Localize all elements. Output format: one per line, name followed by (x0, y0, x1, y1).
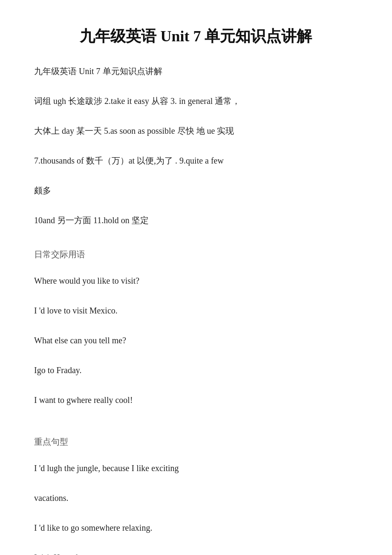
content-block: I 'd love to visit Mexico. (34, 303, 358, 318)
content-area: 九年级英语 Unit 7 单元知识点讲解词组 ugh 长途跋涉 2.take i… (34, 64, 358, 555)
content-block: I 'd lugh the jungle, because I like exc… (34, 461, 358, 475)
content-block: 大体上 day 某一天 5.as soon as possible 尽快 地 u… (34, 124, 358, 138)
blank-line (34, 116, 358, 124)
blank-line (34, 513, 358, 520)
content-block: What else can you tell me? (34, 333, 358, 348)
blank-line (34, 423, 358, 430)
content-block: 颇多 (34, 183, 358, 198)
blank-line (34, 453, 358, 461)
blank-line (34, 355, 358, 363)
blank-line (34, 205, 358, 213)
blank-line (34, 543, 358, 550)
page-title: 九年级英语 Unit 7 单元知识点讲解 (34, 26, 358, 47)
blank-line (34, 483, 358, 491)
blank-line (34, 235, 358, 243)
blank-line (34, 266, 358, 273)
content-block: vacations. (34, 491, 358, 505)
content-block: 7.thousands of 数千（万）at 以便,为了 . 9.quite a… (34, 153, 358, 168)
content-block: I 'd like to go somewhere relaxing. (34, 520, 358, 535)
blank-line (34, 146, 358, 153)
section-header: 重点句型 (34, 434, 358, 449)
blank-line (34, 415, 358, 423)
content-block: 词组 ugh 长途跋涉 2.take it easy 从容 3. in gene… (34, 94, 358, 108)
blank-line (34, 325, 358, 333)
blank-line (34, 86, 358, 94)
content-block: Ivisit Hawaday. (34, 550, 358, 555)
blank-line (34, 385, 358, 393)
blank-line (34, 175, 358, 183)
content-block: 九年级英语 Unit 7 单元知识点讲解 (34, 64, 358, 78)
content-block: Igo to Fraday. (34, 363, 358, 377)
section-header: 日常交际用语 (34, 247, 358, 262)
content-block: Where would you like to visit? (34, 273, 358, 288)
content-block: I want to gwhere really cool! (34, 393, 358, 407)
blank-line (34, 296, 358, 303)
content-block: 10and 另一方面 11.hold on 坚定 (34, 213, 358, 227)
